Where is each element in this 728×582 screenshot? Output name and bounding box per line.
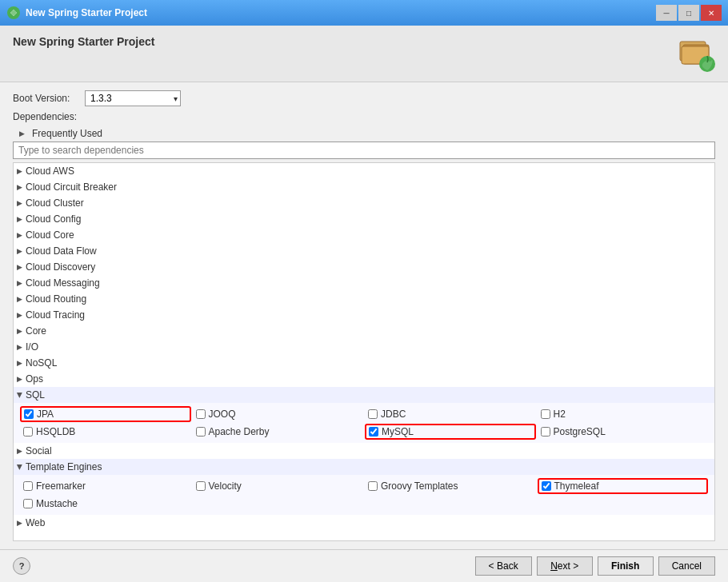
cloud-tracing-section[interactable]: ▶ Cloud Tracing	[14, 307, 714, 323]
dependencies-label: Dependencies:	[13, 111, 715, 122]
cloud-aws-arrow: ▶	[17, 167, 22, 175]
template-engines-label: Template Engines	[26, 461, 102, 472]
sql-postgresql-checkbox[interactable]	[541, 427, 550, 436]
cloud-discovery-section[interactable]: ▶ Cloud Discovery	[14, 259, 714, 275]
core-label: Core	[26, 325, 46, 337]
cancel-button[interactable]: Cancel	[658, 556, 715, 576]
sql-jpa-item: JPA	[20, 406, 191, 422]
frequently-used-arrow	[16, 128, 27, 139]
sql-jpa-checkbox[interactable]	[24, 409, 34, 419]
social-arrow: ▶	[17, 447, 22, 455]
dependencies-scroll-area[interactable]: ▶ Cloud AWS ▶ Cloud Circuit Breaker ▶ Cl…	[13, 162, 715, 541]
cloud-routing-arrow: ▶	[17, 295, 22, 303]
frequently-used-section[interactable]: Frequently Used	[13, 126, 715, 142]
mustache-checkbox[interactable]	[23, 499, 33, 508]
sql-apache-derby-checkbox[interactable]	[196, 427, 206, 436]
mustache-label: Mustache	[36, 498, 78, 509]
sql-postgresql-label: PostgreSQL	[554, 426, 606, 437]
finish-button[interactable]: Finish	[598, 556, 654, 576]
next-button[interactable]: Next >	[537, 556, 593, 576]
cloud-config-arrow: ▶	[17, 215, 22, 223]
search-input[interactable]	[13, 142, 715, 159]
sql-hsqldb-checkbox[interactable]	[23, 427, 33, 436]
close-button[interactable]: ✕	[701, 5, 722, 21]
back-button[interactable]: < Back	[475, 556, 532, 576]
dialog-body: Boot Version: 1.3.3 1.2.8 1.2.7 Dependen…	[0, 82, 728, 549]
cloud-data-flow-label: Cloud Data Flow	[26, 245, 97, 257]
ops-arrow: ▶	[17, 375, 22, 383]
thymeleaf-item: Thymeleaf	[538, 478, 709, 494]
nosql-arrow: ▶	[17, 359, 22, 367]
sql-jooq-checkbox[interactable]	[196, 409, 206, 419]
cloud-tracing-arrow: ▶	[17, 311, 22, 319]
sql-label: SQL	[26, 389, 45, 401]
title-bar: New Spring Starter Project ─ □ ✕	[0, 0, 728, 26]
freemarker-checkbox[interactable]	[23, 481, 33, 491]
thymeleaf-label: Thymeleaf	[554, 480, 599, 492]
cloud-config-section[interactable]: ▶ Cloud Config	[14, 211, 714, 227]
main-window: New Spring Starter Project ─ □ ✕ New Spr…	[0, 0, 728, 582]
dialog-header: New Spring Starter Project	[0, 26, 728, 82]
template-engines-section[interactable]: ▶ Template Engines	[14, 459, 714, 475]
freemarker-item: Freemarker	[20, 478, 191, 494]
freemarker-label: Freemarker	[36, 480, 86, 492]
cloud-core-section[interactable]: ▶ Cloud Core	[14, 227, 714, 243]
sql-jpa-label: JPA	[37, 409, 54, 420]
social-label: Social	[26, 445, 52, 456]
next-button-label: N	[550, 560, 558, 572]
cloud-data-flow-arrow: ▶	[17, 247, 22, 255]
sql-mysql-checkbox[interactable]	[369, 427, 378, 436]
help-button[interactable]: ?	[13, 557, 30, 575]
cloud-messaging-arrow: ▶	[17, 279, 22, 287]
core-arrow: ▶	[17, 327, 22, 335]
cloud-messaging-section[interactable]: ▶ Cloud Messaging	[14, 275, 714, 291]
boot-version-select[interactable]: 1.3.3 1.2.8 1.2.7	[85, 90, 181, 106]
cloud-routing-section[interactable]: ▶ Cloud Routing	[14, 291, 714, 307]
sql-h2-label: H2	[554, 409, 566, 420]
sql-jdbc-checkbox[interactable]	[368, 409, 378, 419]
cloud-aws-section[interactable]: ▶ Cloud AWS	[14, 163, 714, 179]
maximize-button[interactable]: □	[678, 5, 699, 21]
io-label: I/O	[26, 341, 38, 353]
sql-jdbc-label: JDBC	[381, 409, 406, 420]
cloud-config-label: Cloud Config	[26, 213, 81, 225]
dialog-footer: ? < Back Next > Finish Cancel	[0, 549, 728, 582]
nosql-label: NoSQL	[26, 357, 57, 369]
cloud-discovery-arrow: ▶	[17, 263, 22, 271]
sql-postgresql-item: PostgreSQL	[538, 424, 709, 440]
sql-h2-item: H2	[538, 406, 709, 422]
template-engines-arrow: ▶	[16, 464, 24, 470]
nosql-section[interactable]: ▶ NoSQL	[14, 355, 714, 371]
mustache-item: Mustache	[20, 496, 191, 512]
sql-jooq-item: JOOQ	[193, 406, 364, 422]
cloud-data-flow-section[interactable]: ▶ Cloud Data Flow	[14, 243, 714, 259]
sql-grid: JPA JOOQ JDBC H2	[20, 406, 708, 440]
cloud-cluster-section[interactable]: ▶ Cloud Cluster	[14, 195, 714, 211]
core-section[interactable]: ▶ Core	[14, 323, 714, 339]
web-arrow: ▶	[17, 519, 22, 527]
next-button-rest: ext >	[558, 560, 578, 572]
minimize-button[interactable]: ─	[656, 5, 677, 21]
boot-version-wrapper: 1.3.3 1.2.8 1.2.7	[85, 90, 181, 106]
velocity-label: Velocity	[209, 480, 242, 492]
cloud-discovery-label: Cloud Discovery	[26, 261, 95, 273]
cloud-routing-label: Cloud Routing	[26, 293, 86, 305]
thymeleaf-checkbox[interactable]	[542, 481, 551, 491]
web-section[interactable]: ▶ Web	[14, 515, 714, 531]
sql-section[interactable]: ▶ SQL	[14, 387, 714, 403]
social-section[interactable]: ▶ Social	[14, 443, 714, 459]
io-section[interactable]: ▶ I/O	[14, 339, 714, 355]
dialog-title-text: New Spring Starter Project	[13, 35, 154, 48]
cloud-tracing-label: Cloud Tracing	[26, 309, 85, 321]
sql-apache-derby-label: Apache Derby	[209, 426, 270, 437]
sql-arrow: ▶	[16, 393, 24, 398]
boot-version-label: Boot Version:	[13, 93, 85, 104]
sql-hsqldb-label: HSQLDB	[36, 426, 75, 437]
ops-section[interactable]: ▶ Ops	[14, 371, 714, 387]
sql-jooq-label: JOOQ	[209, 409, 236, 420]
groovy-templates-checkbox[interactable]	[368, 481, 378, 491]
footer-left: ?	[13, 557, 30, 575]
velocity-checkbox[interactable]	[196, 481, 206, 491]
sql-h2-checkbox[interactable]	[541, 409, 550, 419]
cloud-circuit-breaker-section[interactable]: ▶ Cloud Circuit Breaker	[14, 179, 714, 195]
